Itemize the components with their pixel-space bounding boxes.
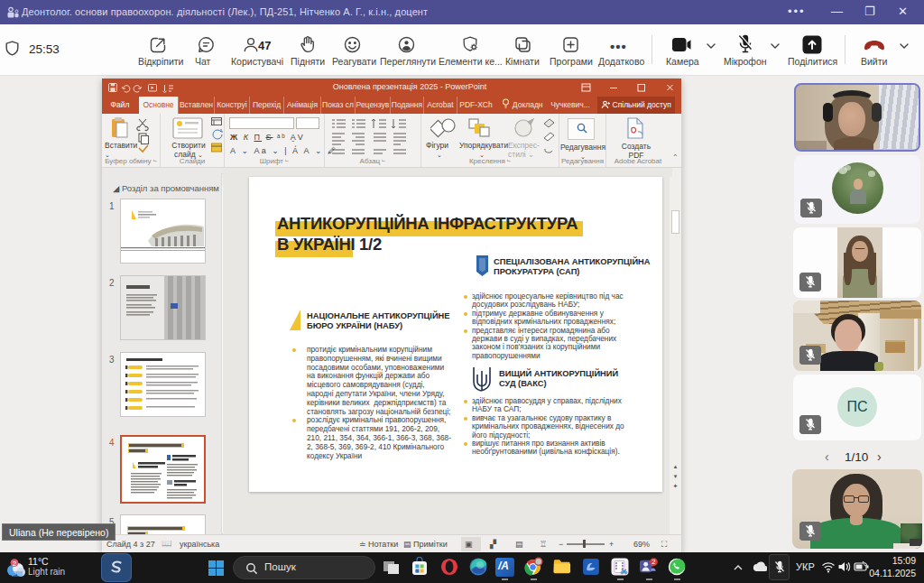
svg-text:2: 2 bbox=[13, 560, 17, 568]
svg-text:2: 2 bbox=[651, 558, 655, 566]
